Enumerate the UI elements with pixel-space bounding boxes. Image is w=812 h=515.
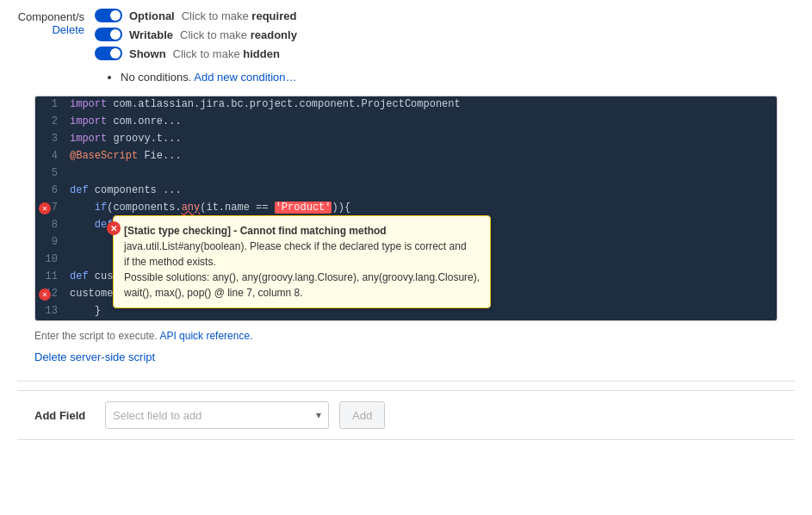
line-num-4: 4 — [35, 148, 66, 164]
code-line-7: ✕ 7 if(components.any(it.name == 'Produc… — [35, 200, 777, 217]
writable-label: Writable — [129, 28, 173, 41]
conditions-section: No conditions. Add new condition… — [105, 71, 795, 84]
code-line-4: 4 @BaseScript Fie... — [35, 148, 777, 165]
top-section: Component/s Delete Optional Click to mak… — [17, 9, 795, 60]
bottom-divider — [17, 439, 795, 440]
line-num-11: 11 — [35, 269, 66, 284]
shown-toggle[interactable] — [95, 47, 122, 60]
line-num-13: 13 — [35, 303, 66, 319]
optional-toggle[interactable] — [95, 9, 122, 22]
line-num-3: 3 — [35, 131, 66, 146]
error-tooltip-close-icon: ✕ — [107, 221, 121, 235]
writable-toggle[interactable] — [95, 28, 122, 41]
code-editor[interactable]: 1 import com.atlassian.jira.bc.project.c… — [35, 96, 777, 320]
delete-script-section: Delete server-side script — [34, 351, 795, 363]
line-num-6: 6 — [35, 183, 66, 198]
component-text: Component/s — [18, 10, 84, 23]
shown-action: Click to make hidden — [173, 47, 280, 60]
line-content-6: def components ... — [66, 183, 777, 198]
shown-toggle-row: Shown Click to make hidden — [95, 47, 297, 60]
line-num-10: 10 — [35, 251, 66, 267]
chevron-down-icon: ▾ — [316, 409, 321, 421]
tooltip-line3: if the method exists. — [124, 254, 480, 270]
line-num-1: 1 — [35, 96, 66, 112]
code-line-3: 3 import groovy.t... — [35, 131, 777, 148]
conditions-item: No conditions. Add new condition… — [121, 71, 795, 84]
code-line-2: 2 import com.onre... — [35, 114, 777, 131]
code-line-1: 1 import com.atlassian.jira.bc.project.c… — [35, 96, 777, 114]
select-field-placeholder: Select field to add — [113, 409, 201, 422]
writable-action: Click to make readonly — [180, 28, 297, 41]
line-content-1: import com.atlassian.jira.bc.project.com… — [66, 96, 777, 112]
error-marker-12: ✕ — [39, 289, 51, 301]
line-num-9: 9 — [35, 234, 66, 250]
line-num-8: 8 — [35, 217, 66, 233]
tooltip-line1: [Static type checking] - Cannot find mat… — [124, 223, 480, 239]
main-divider — [17, 381, 795, 382]
code-line-6: 6 def components ... — [35, 183, 777, 200]
page-container: Component/s Delete Optional Click to mak… — [0, 0, 812, 515]
code-editor-wrapper: 1 import com.atlassian.jira.bc.project.c… — [34, 96, 778, 321]
writable-toggle-row: Writable Click to make readonly — [95, 28, 297, 41]
line-content-4: @BaseScript Fie... — [66, 148, 777, 164]
toggles-section: Optional Click to make required Writable… — [95, 9, 297, 60]
delete-script-link[interactable]: Delete server-side script — [34, 351, 155, 363]
optional-toggle-row: Optional Click to make required — [95, 9, 297, 22]
script-info: Enter the script to execute. API quick r… — [34, 330, 795, 342]
add-field-row: Add Field Select field to add ▾ Add — [17, 390, 795, 439]
line-num-5: 5 — [35, 165, 66, 181]
delete-link[interactable]: Delete — [52, 23, 84, 36]
line-content-5 — [66, 165, 777, 181]
optional-action: Click to make required — [182, 9, 297, 22]
code-line-5: 5 — [35, 165, 777, 183]
select-field-dropdown[interactable]: Select field to add ▾ — [105, 401, 329, 429]
no-conditions-text: No conditions. — [121, 71, 191, 84]
tooltip-line2: java.util.List#any(boolean). Please chec… — [124, 239, 480, 254]
line-content-7: if(components.any(it.name == 'Product'))… — [66, 200, 777, 215]
error-marker-7: ✕ — [39, 202, 51, 214]
line-num-2: 2 — [35, 114, 66, 129]
line-content-2: import com.onre... — [66, 114, 777, 129]
error-tooltip: ✕ [Static type checking] - Cannot find m… — [113, 215, 491, 308]
script-info-text: Enter the script to execute. — [34, 330, 158, 342]
tooltip-line4: Possible solutions: any(), any(groovy.la… — [124, 270, 480, 285]
line-content-3: import groovy.t... — [66, 131, 777, 146]
api-reference-link[interactable]: API quick reference. — [159, 330, 252, 342]
add-field-button[interactable]: Add — [339, 401, 385, 429]
add-field-label: Add Field — [34, 409, 95, 422]
add-condition-link[interactable]: Add new condition… — [194, 71, 296, 84]
tooltip-line5: wait(), max(), pop() @ line 7, column 8. — [124, 285, 480, 301]
component-label-area: Component/s Delete — [17, 9, 95, 36]
optional-label: Optional — [129, 9, 175, 22]
shown-label: Shown — [129, 47, 166, 60]
